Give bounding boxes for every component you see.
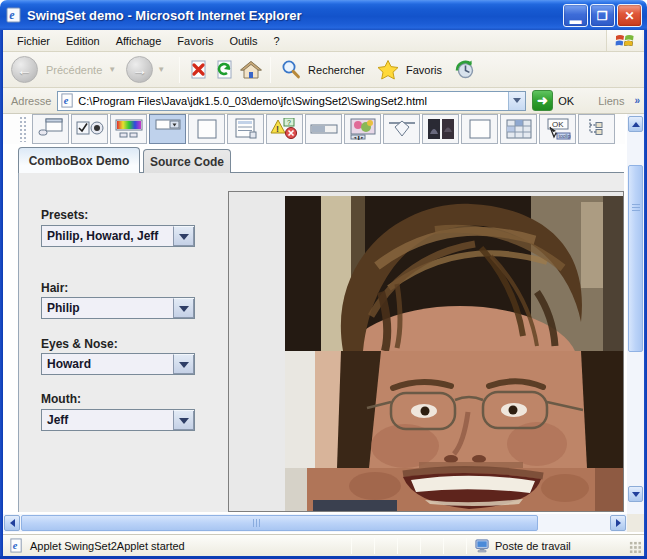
face-collage-panel: [228, 191, 624, 512]
presets-dropdown-icon[interactable]: [173, 226, 194, 246]
svg-text:!: !: [276, 124, 279, 134]
favorites-star-icon[interactable]: [377, 59, 399, 81]
status-message: Applet SwingSet2Applet started: [30, 540, 185, 552]
presets-label: Presets:: [41, 208, 88, 222]
list-demo-icon[interactable]: [227, 114, 264, 144]
search-label[interactable]: Rechercher: [308, 64, 365, 76]
resize-grip[interactable]: [629, 541, 642, 554]
address-input[interactable]: [75, 95, 505, 107]
combobox-demo-icon[interactable]: [149, 114, 186, 144]
eyes-nose-label: Eyes & Nose:: [41, 337, 118, 351]
menu-affichage[interactable]: Affichage: [108, 32, 170, 50]
status-pane: [375, 535, 397, 556]
horizontal-scrollbar[interactable]: [3, 514, 627, 532]
presets-combobox[interactable]: Philip, Howard, Jeff: [41, 225, 195, 247]
menu-bar: Fichier Edition Affichage Favoris Outils…: [3, 30, 644, 52]
forward-dropdown-icon[interactable]: ▼: [157, 65, 165, 74]
vertical-thumb-grip: [632, 204, 640, 213]
back-label[interactable]: Précédente: [46, 64, 102, 76]
history-icon[interactable]: [454, 59, 476, 81]
colorchooser-demo-icon[interactable]: [110, 114, 147, 144]
mouth-label: Mouth:: [41, 392, 81, 406]
ie-logo-icon: e: [6, 7, 22, 23]
eyes-nose-dropdown-icon[interactable]: [173, 354, 194, 374]
progressbar-demo-icon[interactable]: [305, 114, 342, 144]
search-icon[interactable]: [279, 59, 301, 81]
refresh-icon[interactable]: [214, 59, 236, 81]
toolbar-grip-handle[interactable]: [19, 116, 28, 142]
menu-fichier[interactable]: Fichier: [9, 32, 58, 50]
status-pane: [444, 535, 466, 556]
tree-demo-icon[interactable]: [578, 114, 615, 144]
mouth-value: Jeff: [42, 410, 173, 430]
menu-help[interactable]: ?: [266, 32, 288, 50]
menu-favoris[interactable]: Favoris: [169, 32, 221, 50]
go-button[interactable]: ➜: [532, 90, 554, 111]
presets-value: Philip, Howard, Jeff: [42, 226, 173, 246]
tab-combobox-demo-label: ComboBox Demo: [29, 154, 130, 168]
status-pane: [352, 535, 374, 556]
horizontal-scroll-thumb[interactable]: [21, 515, 538, 531]
tab-source-code[interactable]: Source Code: [143, 149, 231, 173]
maximize-button[interactable]: ❒: [590, 4, 615, 27]
links-chevron-icon[interactable]: »: [634, 95, 640, 106]
scroll-left-icon[interactable]: [4, 515, 20, 531]
tooltip-demo-icon[interactable]: OKtoolip: [539, 114, 576, 144]
button-demo-icon[interactable]: [71, 114, 108, 144]
splitpane-demo-icon[interactable]: [422, 114, 459, 144]
tabbedpane-demo-icon[interactable]: [461, 114, 498, 144]
minimize-button[interactable]: ▬: [563, 4, 588, 27]
mouth-combobox[interactable]: Jeff: [41, 409, 195, 431]
vertical-scroll-thumb[interactable]: [628, 165, 643, 352]
toolbar-demo-icon[interactable]: [32, 114, 69, 144]
close-button[interactable]: ✕: [617, 4, 642, 27]
go-button-label[interactable]: OK: [558, 95, 574, 107]
scroll-right-icon[interactable]: [610, 515, 626, 531]
eyes-nose-value: Howard: [42, 354, 173, 374]
back-dropdown-icon[interactable]: ▼: [108, 65, 116, 74]
tab-combobox-demo[interactable]: ComboBox Demo: [18, 147, 140, 173]
address-dropdown-icon[interactable]: [508, 92, 525, 110]
links-label[interactable]: Liens: [598, 95, 624, 107]
menu-edition[interactable]: Edition: [58, 32, 108, 50]
status-pane: [398, 535, 420, 556]
applet-demo-toolbar: ?! ◄❚► OKtoolip: [3, 114, 625, 144]
internalframe-demo-icon[interactable]: ◄❚►: [344, 114, 381, 144]
composite-face-image: [285, 196, 623, 512]
tab-source-code-label: Source Code: [150, 155, 224, 169]
address-bar: Adresse e ➜ OK Liens »: [3, 88, 644, 114]
vertical-scrollbar[interactable]: [627, 114, 644, 514]
menu-outils[interactable]: Outils: [221, 32, 265, 50]
home-icon[interactable]: [240, 59, 262, 81]
optionpane-demo-icon[interactable]: ?!: [266, 114, 303, 144]
security-zone-pane: Poste de travail: [467, 539, 629, 553]
svg-text:e: e: [9, 8, 15, 22]
scrollbar-corner: [627, 514, 644, 532]
table-demo-icon[interactable]: [500, 114, 537, 144]
navigation-toolbar: ← Précédente ▼ → ▼ Rechercher Favoris: [3, 52, 644, 88]
hair-dropdown-icon[interactable]: [173, 298, 194, 318]
hair-label: Hair:: [41, 281, 68, 295]
applet-page-icon: e: [9, 538, 24, 553]
eyes-nose-combobox[interactable]: Howard: [41, 353, 195, 375]
slider-demo-icon[interactable]: [383, 114, 420, 144]
status-pane: [421, 535, 443, 556]
title-bar: e SwingSet demo - Microsoft Internet Exp…: [0, 0, 647, 30]
address-input-wrap: e: [57, 91, 525, 111]
forward-icon[interactable]: →: [126, 56, 153, 83]
mouth-strip: [285, 468, 623, 512]
favorites-label[interactable]: Favoris: [406, 64, 442, 76]
toolbar-separator: [179, 57, 180, 83]
hair-value: Philip: [42, 298, 173, 318]
mouth-dropdown-icon[interactable]: [173, 410, 194, 430]
status-message-pane: e Applet SwingSet2Applet started: [3, 538, 351, 553]
svg-text:toolip: toolip: [558, 133, 570, 139]
hair-combobox[interactable]: Philip: [41, 297, 195, 319]
browser-window: e SwingSet demo - Microsoft Internet Exp…: [0, 0, 647, 559]
scroll-down-icon[interactable]: [628, 486, 643, 502]
back-icon[interactable]: ←: [11, 56, 38, 83]
stop-icon[interactable]: [188, 59, 210, 81]
svg-text:?: ?: [287, 119, 291, 126]
scroll-up-icon[interactable]: [628, 116, 643, 132]
filechooser-demo-icon[interactable]: [188, 114, 225, 144]
